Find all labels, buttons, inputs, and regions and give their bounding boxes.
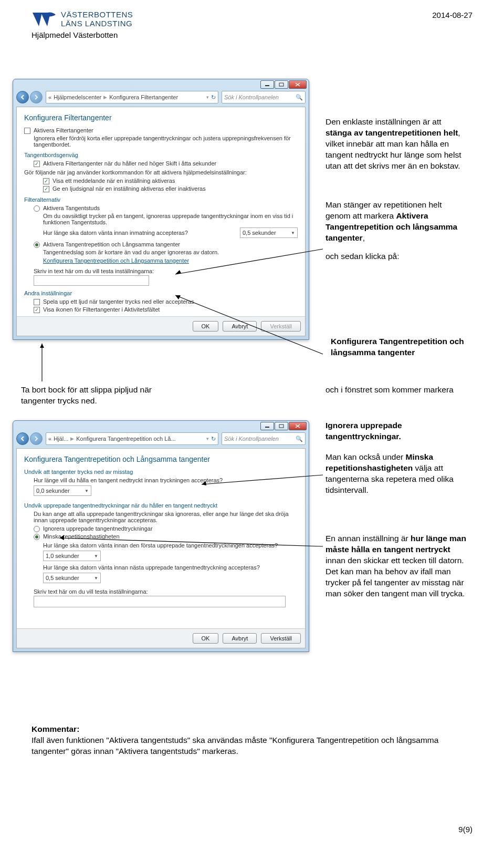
svg-rect-1 <box>279 83 284 86</box>
crumb-1[interactable]: Hjäl... <box>54 436 68 442</box>
section-filter-options: Filteralternativ <box>24 196 298 203</box>
test-label: Skriv in text här om du vill testa instä… <box>34 268 154 274</box>
reduce-rate-radio[interactable] <box>34 534 40 540</box>
play-sound-label: Spela upp ett ljud när tangenter trycks … <box>43 298 194 305</box>
activate-filterkeys-checkbox[interactable] <box>24 128 30 134</box>
chevron-down-icon: ▾ <box>206 436 209 441</box>
rhs-p6: Man kan också under Minska repetitionsha… <box>326 452 467 496</box>
activate-bounce-radio[interactable] <box>34 205 40 212</box>
chevron-right-icon: ▶ <box>103 95 107 100</box>
ignore-repeats-radio[interactable] <box>34 526 40 532</box>
activate-repeat-label: Aktivera Tangentrepetition och Långsamma… <box>43 241 180 247</box>
landsting-logo-icon <box>32 11 57 29</box>
hold-value: 0,0 sekunder <box>36 488 70 494</box>
test-input[interactable] <box>34 596 286 607</box>
rhs-p3: Konfigurera Tangentrepetition och långsa… <box>331 336 472 358</box>
p4: och i fönstret som kommer markera <box>326 385 454 394</box>
chevron-down-icon: ▾ <box>206 95 209 100</box>
dialog-title: Konfigurera Tangentrepetition och Långsa… <box>24 455 298 463</box>
p7a: En annan inställning är <box>326 534 411 543</box>
p2c: , <box>363 233 365 242</box>
refresh-icon[interactable]: ↻ <box>211 436 216 442</box>
show-message-checkbox[interactable] <box>43 178 49 184</box>
shortcut-checkbox[interactable] <box>34 161 40 167</box>
ok-button[interactable]: OK <box>193 633 219 644</box>
brand-line-1: VÄSTERBOTTENS <box>61 11 133 19</box>
search-input[interactable]: Sök i Kontrollpanelen 🔍 <box>222 91 306 104</box>
minimize-button[interactable] <box>260 80 274 89</box>
svg-line-14 <box>202 475 323 484</box>
svg-marker-15 <box>202 481 206 485</box>
comment-label: Kommentar: <box>32 724 472 735</box>
play-sound-checkbox[interactable] <box>34 299 40 305</box>
forward-button[interactable] <box>30 91 43 104</box>
page-subhead: Hjälpmedel Västerbotten <box>32 30 133 39</box>
show-tray-icon-label: Visa ikonen för Filtertangenter i Aktivi… <box>43 306 160 313</box>
svg-marker-13 <box>40 344 44 348</box>
activate-repeat-radio[interactable] <box>34 242 40 248</box>
brand-logo: VÄSTERBOTTENS LÄNS LANDSTING <box>32 11 133 29</box>
apply-button[interactable]: Verkställ <box>261 633 301 644</box>
breadcrumb[interactable]: « Hjäl... ▶ Konfigurera Tangentrepetitio… <box>46 432 218 445</box>
svg-line-10 <box>175 295 323 354</box>
page-date: 2014-08-27 <box>432 11 472 19</box>
configure-repeat-link[interactable]: Konfigurera Tangentrepetition och Långsa… <box>43 257 189 264</box>
brand-text: VÄSTERBOTTENS LÄNS LANDSTING <box>61 11 133 28</box>
minimize-button[interactable] <box>260 422 274 430</box>
arrow-to-repeat-radio <box>173 247 326 278</box>
search-icon: 🔍 <box>296 94 303 101</box>
chevron-right-icon: ▶ <box>70 436 74 441</box>
activate-bounce-desc: Om du oavsiktligt trycker på en tangent,… <box>43 213 298 225</box>
maximize-button[interactable] <box>275 80 288 89</box>
close-button[interactable] <box>289 422 307 430</box>
rhs-p2: Man stänger av repetitionen helt genom a… <box>326 200 467 262</box>
arrow-from-callout <box>40 341 145 384</box>
rhs-p4: och i fönstret som kommer markera <box>326 385 467 396</box>
breadcrumb[interactable]: « Hjälpmedelscenter ▶ Konfigurera Filter… <box>46 91 218 104</box>
section-shortcut: Tangentbordsgenväg <box>24 152 298 158</box>
rhs-p7: En annan inställning är hur länge man må… <box>326 533 467 599</box>
search-input[interactable]: Sök i Kontrollpanelen 🔍 <box>222 432 306 445</box>
page-header: VÄSTERBOTTENS LÄNS LANDSTING Hjälpmedel … <box>32 11 472 39</box>
activate-filterkeys-desc: Ignorera eller fördröj korta eller uppre… <box>34 135 298 148</box>
hold-select[interactable]: 0,0 sekunder ▼ <box>34 485 91 496</box>
arrow-to-hold-question <box>200 473 326 494</box>
footer-comment: Kommentar: Ifall även funktionen "Aktive… <box>32 724 472 757</box>
first-repeat-value: 1,0 sekunder <box>46 553 79 559</box>
test-input[interactable] <box>34 275 149 286</box>
back-button[interactable] <box>16 432 29 445</box>
crumb-1[interactable]: Hjälpmedelscenter <box>54 94 101 100</box>
back-button[interactable] <box>16 91 29 104</box>
show-tray-icon-checkbox[interactable] <box>34 307 40 313</box>
chevron-left-icon: « <box>48 94 51 100</box>
p5: Ignorera upprepade tangenttryckningar. <box>326 421 402 441</box>
shortcut-desc: Gör följande när jag använder kortkomman… <box>24 169 298 175</box>
crumb-2[interactable]: Konfigurera Tangentrepetition och Lå... <box>76 436 175 442</box>
wait-question: Hur länge ska datorn vänta innan inmatni… <box>43 230 235 236</box>
search-placeholder: Sök i Kontrollpanelen <box>224 94 293 100</box>
p1b: stänga av tangentrepetitionen helt <box>326 128 458 137</box>
crumb-2[interactable]: Konfigurera Filtertangenter <box>109 94 178 100</box>
brand-line-2: LÄNS LANDSTING <box>61 19 133 28</box>
p2d: och sedan klicka på: <box>326 252 399 261</box>
maximize-button[interactable] <box>275 422 288 430</box>
dialog-title: Konfigurera Filtertangenter <box>24 113 298 122</box>
show-message-label: Visa ett meddelande när en inställning a… <box>52 178 175 184</box>
first-repeat-select[interactable]: 1,0 sekunder ▼ <box>43 551 101 561</box>
next-repeat-question: Hur länge ska datorn vänta innan nästa u… <box>43 564 298 571</box>
next-repeat-select[interactable]: 0,5 sekunder ▼ <box>43 573 101 583</box>
close-button[interactable] <box>289 80 307 89</box>
search-icon: 🔍 <box>296 436 303 442</box>
svg-line-16 <box>60 538 323 546</box>
refresh-icon[interactable]: ↻ <box>211 94 216 101</box>
arrow-to-ignore-repeats <box>58 515 326 552</box>
svg-marker-17 <box>60 535 64 540</box>
forward-button[interactable] <box>30 432 43 445</box>
rhs-p1: Den enklaste inställningen är att stänga… <box>326 117 467 172</box>
wait-select[interactable]: 0,5 sekunder ▼ <box>240 227 298 238</box>
cancel-button[interactable]: Avbryt <box>223 633 257 644</box>
rhs-p5: Ignorera upprepade tangenttryckningar. <box>326 420 467 442</box>
callout-remove-beep: Ta bort bock för att slippa pipljud när … <box>21 385 158 407</box>
sound-signal-checkbox[interactable] <box>43 186 49 192</box>
comment-text: Ifall även funktionen "Aktivera tangents… <box>32 735 472 757</box>
